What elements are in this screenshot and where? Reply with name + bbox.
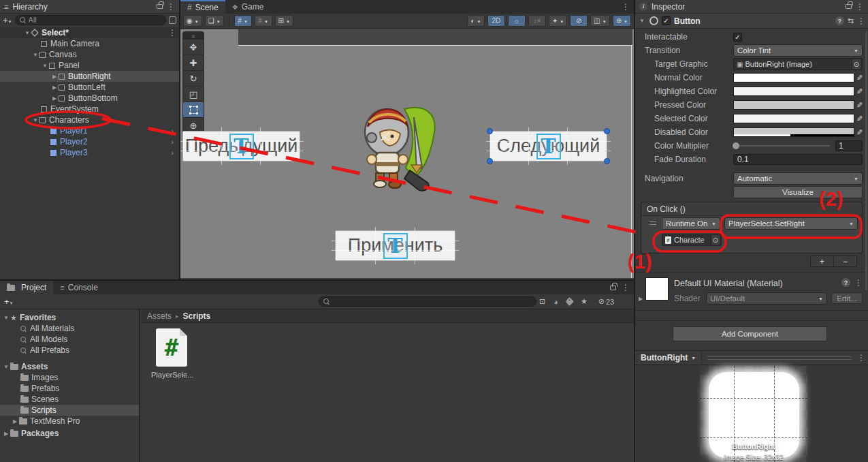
folder-row[interactable]: TextMesh Pro: [0, 416, 139, 427]
hidden-count[interactable]: ⊘23: [598, 297, 614, 306]
overlay-drag-handle[interactable]: ≡: [183, 32, 204, 40]
foldout-icon[interactable]: [31, 117, 39, 123]
help-icon[interactable]: ?: [841, 278, 850, 287]
hierarchy-row-characters[interactable]: Characters: [0, 114, 179, 125]
scene-panel-menu-icon[interactable]: [622, 2, 630, 12]
scene-viewport[interactable]: ≡ ✥ ✚ ↻ ◰ ⊕ Предыдущий T Следующий T: [180, 29, 634, 278]
object-picker-icon[interactable]: [852, 59, 861, 69]
foldout-icon[interactable]: [2, 431, 10, 437]
shader-edit-button[interactable]: Edit...: [831, 292, 863, 304]
tab-game[interactable]: ❖ Game: [225, 0, 271, 14]
foldout-icon[interactable]: [11, 418, 19, 425]
highlighted-color-swatch[interactable]: [733, 87, 854, 96]
transition-dropdown[interactable]: Color Tint: [733, 44, 863, 57]
search-by-label-icon[interactable]: [565, 297, 574, 306]
shader-dropdown[interactable]: UI/Default: [706, 292, 827, 305]
canvas-button-apply[interactable]: Применить T: [335, 230, 455, 261]
hierarchy-row[interactable]: Canvas: [0, 49, 179, 60]
disabled-color-swatch[interactable]: [733, 127, 854, 137]
runtime-mode-dropdown[interactable]: Runtime On: [662, 217, 720, 230]
breadcrumb-current[interactable]: Scripts: [183, 311, 211, 321]
camera-overlay-button[interactable]: ◫: [590, 15, 609, 27]
move-tool[interactable]: ✚: [183, 55, 204, 71]
preview-resize-handle[interactable]: [707, 356, 852, 360]
foldout-icon[interactable]: [50, 74, 59, 80]
eyedropper-icon[interactable]: [856, 114, 863, 123]
tab-console[interactable]: ≡ Console: [53, 281, 104, 294]
add-gameobject-button[interactable]: +▼: [3, 15, 12, 25]
folder-row[interactable]: Images: [0, 372, 139, 383]
normal-color-swatch[interactable]: [733, 73, 854, 82]
tab-scene[interactable]: # Scene: [180, 0, 225, 14]
foldout-icon[interactable]: [50, 95, 59, 102]
help-icon[interactable]: ?: [835, 16, 844, 25]
eyedropper-icon[interactable]: [856, 128, 863, 137]
snap-increment-button[interactable]: ⊞: [275, 15, 293, 27]
favorites-root[interactable]: Favorites: [0, 312, 139, 323]
foldout-icon[interactable]: [31, 52, 39, 58]
grid-snap-toggle[interactable]: #: [255, 15, 272, 27]
tab-project[interactable]: Project: [0, 281, 53, 294]
slider-knob[interactable]: [733, 142, 739, 149]
rect-handle[interactable]: [487, 128, 493, 134]
scene-visibility-toggle[interactable]: ⊘: [570, 15, 588, 27]
project-menu-icon[interactable]: [622, 283, 630, 292]
foldout-icon[interactable]: [23, 30, 31, 36]
rect-handle[interactable]: [604, 158, 610, 164]
foldout-icon[interactable]: [2, 315, 10, 321]
event-drag-handle[interactable]: [649, 221, 656, 225]
assets-root[interactable]: Assets: [0, 361, 139, 372]
preview-object-dropdown[interactable]: ButtonRight ▼: [635, 351, 702, 365]
hierarchy-row[interactable]: Main Camera: [0, 38, 179, 49]
event-function-dropdown[interactable]: PlayerSelect.SetRight: [724, 217, 858, 230]
2d-toggle[interactable]: 2D: [487, 15, 505, 27]
rect-handle[interactable]: [604, 128, 610, 134]
favorites-item[interactable]: All Models: [0, 334, 139, 345]
hierarchy-menu-icon[interactable]: [167, 2, 175, 12]
prefab-open-arrow[interactable]: ›: [171, 149, 174, 157]
component-menu-icon[interactable]: [857, 16, 865, 26]
component-enabled-checkbox[interactable]: [662, 16, 671, 25]
gizmos-toggle[interactable]: ⊕: [613, 15, 631, 27]
hierarchy-row-prefab[interactable]: Player1 ›: [0, 125, 179, 136]
rect-tool[interactable]: [183, 102, 204, 118]
folder-row[interactable]: Prefabs: [0, 383, 139, 394]
object-picker-icon[interactable]: [711, 235, 720, 245]
scene-menu-icon[interactable]: [168, 28, 176, 37]
scene-picker-icon[interactable]: [169, 16, 176, 24]
hierarchy-row[interactable]: ButtonBottom: [0, 93, 179, 104]
lock-icon[interactable]: [610, 286, 616, 290]
prefab-open-arrow[interactable]: ›: [171, 138, 174, 146]
fade-duration-field[interactable]: 0.1: [733, 154, 863, 165]
hierarchy-row-selected[interactable]: ButtonRight: [0, 71, 179, 82]
effects-toggle[interactable]: ✦: [549, 15, 567, 27]
lock-icon[interactable]: [846, 4, 852, 9]
knight-character-sprite[interactable]: [351, 102, 441, 199]
foldout-icon[interactable]: [2, 364, 10, 370]
eyedropper-icon[interactable]: [856, 74, 863, 82]
color-multiplier-value[interactable]: 1: [835, 140, 863, 151]
hierarchy-row-prefab[interactable]: Player2 ›: [0, 136, 179, 147]
target-graphic-field[interactable]: ▣ ButtonRight (Image): [733, 58, 863, 70]
open-in-window-icon[interactable]: ⊡: [539, 297, 545, 306]
foldout-icon[interactable]: [41, 63, 49, 69]
favorites-item[interactable]: All Materials: [0, 323, 139, 334]
folder-row-selected[interactable]: Scripts: [0, 405, 139, 416]
presets-icon[interactable]: ⇆: [848, 16, 854, 25]
packages-root[interactable]: Packages: [0, 428, 139, 439]
canvas-button-prev[interactable]: Предыдущий T: [182, 131, 300, 161]
selected-color-swatch[interactable]: [733, 114, 854, 123]
lighting-toggle[interactable]: ☼: [508, 15, 526, 27]
scale-tool[interactable]: ◰: [183, 87, 204, 102]
material-foldout-icon[interactable]: [637, 296, 645, 302]
rect-handle[interactable]: [487, 158, 493, 164]
component-foldout-icon[interactable]: [638, 18, 646, 24]
breadcrumb-root[interactable]: Assets: [147, 311, 172, 321]
pressed-color-swatch[interactable]: [733, 100, 854, 110]
hierarchy-row-scene[interactable]: Select*: [0, 27, 179, 38]
hierarchy-row-prefab[interactable]: Player3 ›: [0, 147, 179, 158]
inspector-scrollbar[interactable]: [865, 31, 867, 290]
add-event-button[interactable]: +: [811, 256, 834, 266]
project-search-input[interactable]: [332, 298, 532, 306]
favorites-filter-icon[interactable]: [581, 297, 588, 306]
